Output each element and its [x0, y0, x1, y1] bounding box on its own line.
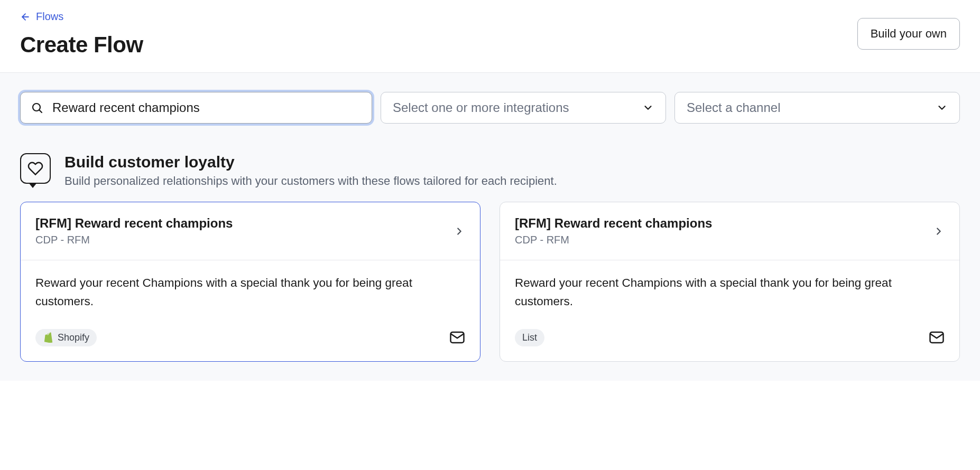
card-description: Reward your recent Champions with a spec…: [515, 274, 945, 311]
section-description: Build personalized relationships with yo…: [64, 174, 557, 188]
tag-label: List: [522, 332, 537, 343]
arrow-left-icon: [20, 12, 31, 22]
integration-tag: List: [515, 329, 544, 346]
chevron-right-icon: [933, 225, 945, 237]
flow-card[interactable]: [RFM] Reward recent champions CDP - RFM …: [500, 202, 960, 362]
card-subtitle: CDP - RFM: [35, 234, 233, 246]
card-body: Reward your recent Champions with a spec…: [21, 260, 480, 361]
search-icon: [31, 101, 43, 114]
search-input[interactable]: [20, 92, 372, 124]
card-footer: Shopify: [35, 329, 465, 346]
card-head: [RFM] Reward recent champions CDP - RFM: [21, 202, 480, 260]
tag-label: Shopify: [58, 332, 89, 343]
integrations-placeholder: Select one or more integrations: [393, 100, 569, 115]
integrations-select[interactable]: Select one or more integrations: [381, 92, 666, 124]
card-title: [RFM] Reward recent champions: [35, 216, 233, 231]
breadcrumb-label: Flows: [36, 11, 63, 23]
svg-line-2: [40, 110, 42, 113]
section-text: Build customer loyalty Build personalize…: [64, 153, 557, 188]
heart-chat-icon: [20, 153, 51, 184]
channel-placeholder: Select a channel: [687, 100, 780, 115]
shopify-icon: [43, 332, 53, 343]
content-area: Select one or more integrations Select a…: [0, 73, 980, 381]
card-footer: List: [515, 329, 945, 346]
page-header: Flows Create Flow Build your own: [0, 0, 980, 73]
card-description: Reward your recent Champions with a spec…: [35, 274, 465, 311]
flow-card[interactable]: [RFM] Reward recent champions CDP - RFM …: [20, 202, 480, 362]
breadcrumb-flows[interactable]: Flows: [20, 11, 143, 23]
integration-tag: Shopify: [35, 329, 97, 346]
section-header: Build customer loyalty Build personalize…: [20, 153, 960, 188]
chevron-right-icon: [454, 225, 465, 237]
filter-row: Select one or more integrations Select a…: [20, 92, 960, 124]
header-left: Flows Create Flow: [20, 11, 143, 58]
build-your-own-button[interactable]: Build your own: [857, 18, 960, 50]
card-body: Reward your recent Champions with a spec…: [500, 260, 959, 361]
card-head: [RFM] Reward recent champions CDP - RFM: [500, 202, 959, 260]
search-wrap: [20, 92, 372, 124]
section-title: Build customer loyalty: [64, 153, 557, 171]
channel-select[interactable]: Select a channel: [674, 92, 960, 124]
chevron-down-icon: [936, 102, 948, 114]
chevron-down-icon: [642, 102, 654, 114]
email-icon: [929, 330, 945, 345]
card-title: [RFM] Reward recent champions: [515, 216, 712, 231]
cards-grid: [RFM] Reward recent champions CDP - RFM …: [20, 202, 960, 362]
email-icon: [449, 330, 465, 345]
card-subtitle: CDP - RFM: [515, 234, 712, 246]
page-title: Create Flow: [20, 32, 143, 58]
